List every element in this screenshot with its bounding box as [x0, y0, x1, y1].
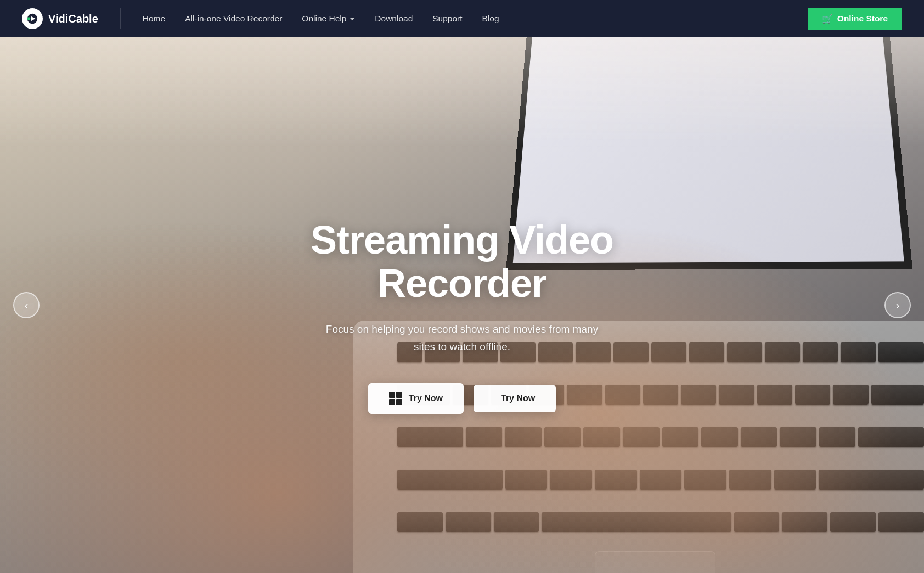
nav-support[interactable]: Support: [432, 14, 462, 24]
hero-buttons: Try Now Try Now: [248, 383, 676, 414]
windows-icon: [389, 392, 402, 405]
nav-blog[interactable]: Blog: [482, 14, 499, 24]
top-gradient: [0, 37, 924, 147]
nav-download[interactable]: Download: [375, 14, 413, 24]
nav-home[interactable]: Home: [143, 14, 165, 24]
hero-subtitle: Focus on helping you record shows and mo…: [314, 321, 610, 356]
cart-icon: 🛒: [822, 14, 833, 24]
brand-logo[interactable]: VidiCable: [22, 8, 121, 29]
hero-section: Streaming Video Recorder Focus on helpin…: [0, 37, 924, 573]
chevron-down-icon: [350, 18, 355, 20]
navbar: VidiCable Home All-in-one Video Recorder…: [0, 0, 924, 37]
try-windows-button[interactable]: Try Now: [368, 383, 464, 414]
nav-recorder[interactable]: All-in-one Video Recorder: [185, 14, 282, 24]
brand-name: VidiCable: [48, 13, 98, 25]
hero-content: Streaming Video Recorder Focus on helpin…: [215, 218, 709, 414]
online-store-button[interactable]: 🛒 Online Store: [808, 8, 902, 30]
carousel-prev-button[interactable]: ‹: [13, 292, 40, 318]
logo-icon: [22, 8, 43, 29]
carousel-next-button[interactable]: ›: [884, 292, 911, 318]
nav-links: Home All-in-one Video Recorder Online He…: [143, 14, 808, 24]
hero-title: Streaming Video Recorder: [248, 218, 676, 305]
try-mac-button[interactable]: Try Now: [474, 385, 556, 412]
nav-help[interactable]: Online Help: [302, 14, 355, 24]
svg-point-2: [27, 17, 31, 20]
